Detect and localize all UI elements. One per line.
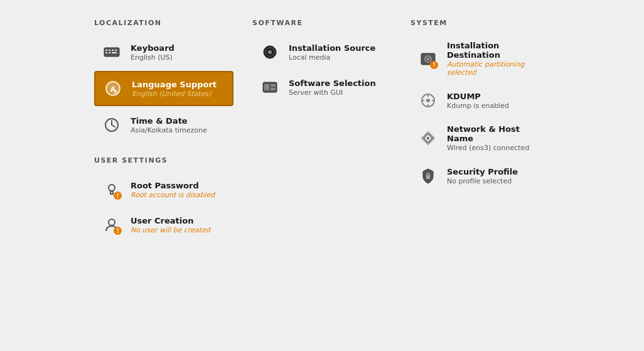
time-date-label: Time & Date: [131, 116, 207, 126]
kdump-icon: [417, 89, 439, 112]
time-date-text: Time & Date Asia/Kolkata timezone: [131, 116, 207, 134]
kdump-label: KDUMP: [447, 92, 509, 101]
svg-point-31: [426, 99, 430, 102]
kdump-text: KDUMP Kdump is enabled: [447, 92, 509, 110]
svg-text:あ: あ: [114, 89, 119, 95]
user-creation-label: User Creation: [131, 216, 210, 225]
installation-source-label: Installation Source: [289, 43, 375, 53]
root-password-subtitle: Root account is disabled: [131, 191, 215, 199]
user-settings-title: USER SETTINGS: [94, 156, 233, 165]
software-title: SOFTWARE: [252, 19, 392, 27]
svg-point-20: [268, 50, 272, 54]
installation-destination-text: Installation Destination Automatic parti…: [447, 41, 544, 77]
svg-rect-8: [115, 52, 117, 53]
col-divider-1: [233, 19, 252, 332]
user-creation-warning-badge: !: [114, 227, 122, 235]
security-profile-text: Security Profile No profile selected: [447, 167, 518, 185]
svg-rect-6: [109, 52, 110, 53]
sidebar-item-security-profile[interactable]: Security Profile No profile selected: [411, 159, 550, 192]
installation-destination-warning-badge: !: [430, 61, 438, 69]
svg-point-17: [111, 192, 112, 193]
time-date-subtitle: Asia/Kolkata timezone: [131, 126, 207, 134]
svg-rect-4: [115, 50, 117, 51]
installation-destination-label: Installation Destination: [447, 41, 544, 60]
svg-line-14: [112, 125, 115, 127]
sidebar-item-network-hostname[interactable]: Network & Host Name Wired (ens3) connect…: [411, 119, 550, 157]
root-password-text: Root Password Root account is disabled: [131, 181, 215, 199]
columns-container: LOCALIZATION: [94, 19, 550, 332]
keyboard-text: Keyboard English (US): [131, 43, 174, 62]
kdump-subtitle: Kdump is enabled: [447, 102, 509, 110]
sidebar-item-installation-source[interactable]: Installation Source Local media: [252, 36, 392, 68]
sidebar-item-user-creation[interactable]: ! User Creation No user will be created: [94, 208, 233, 241]
time-date-icon: [100, 114, 123, 136]
security-profile-label: Security Profile: [447, 167, 518, 176]
software-selection-label: Software Selection: [289, 78, 376, 88]
network-hostname-icon: [417, 127, 439, 149]
network-hostname-text: Network & Host Name Wired (ens3) connect…: [447, 124, 544, 152]
sidebar-item-language-support[interactable]: A あ Language Support English (United Sta…: [94, 71, 233, 106]
svg-rect-2: [109, 50, 110, 51]
system-title: SYSTEM: [411, 19, 550, 27]
network-hostname-subtitle: Wired (ens3) connected: [447, 144, 544, 152]
installation-destination-subtitle: Automatic partitioning selected: [447, 60, 544, 77]
security-profile-subtitle: No profile selected: [447, 177, 518, 185]
language-support-subtitle: English (United States): [132, 90, 217, 98]
security-profile-icon: [417, 165, 439, 187]
svg-rect-5: [105, 52, 107, 53]
software-selection-icon: [259, 76, 281, 99]
installation-destination-icon: !: [417, 48, 439, 70]
language-support-icon: A あ: [102, 77, 124, 100]
sidebar-item-keyboard[interactable]: Keyboard English (US): [94, 36, 233, 68]
software-selection-text: Software Selection Server with GUI: [289, 78, 376, 97]
sidebar-item-root-password[interactable]: ! Root Password Root account is disabled: [94, 173, 233, 206]
root-password-icon: !: [100, 178, 123, 201]
svg-rect-26: [271, 88, 276, 90]
svg-rect-24: [264, 84, 269, 90]
svg-rect-25: [271, 84, 276, 87]
localization-title: LOCALIZATION: [94, 19, 233, 27]
user-creation-icon: !: [100, 213, 123, 236]
keyboard-subtitle: English (US): [131, 53, 174, 62]
language-support-label: Language Support: [132, 80, 217, 89]
software-column: SOFTWARE Installation Source Local media: [252, 19, 392, 332]
main-page: LOCALIZATION: [0, 0, 644, 351]
keyboard-icon: [100, 41, 123, 63]
software-selection-subtitle: Server with GUI: [289, 89, 376, 97]
root-password-warning-badge: !: [114, 192, 122, 200]
system-column: SYSTEM ! Installation Destination Automa…: [411, 19, 550, 332]
installation-source-subtitle: Local media: [289, 53, 375, 62]
sidebar-item-software-selection[interactable]: Software Selection Server with GUI: [252, 71, 392, 104]
sidebar-item-time-date[interactable]: Time & Date Asia/Kolkata timezone: [94, 109, 233, 141]
sidebar-item-kdump[interactable]: KDUMP Kdump is enabled: [411, 84, 550, 117]
localization-column: LOCALIZATION: [94, 19, 233, 332]
user-creation-text: User Creation No user will be created: [131, 216, 210, 234]
col-divider-2: [392, 19, 411, 332]
svg-rect-3: [112, 50, 114, 51]
svg-rect-1: [105, 50, 107, 51]
network-hostname-label: Network & Host Name: [447, 124, 544, 143]
user-creation-subtitle: No user will be created: [131, 226, 210, 234]
sidebar-item-installation-destination[interactable]: ! Installation Destination Automatic par…: [411, 36, 550, 82]
svg-point-36: [427, 137, 429, 139]
keyboard-label: Keyboard: [131, 43, 174, 53]
installation-source-text: Installation Source Local media: [289, 43, 375, 62]
svg-point-18: [109, 219, 115, 225]
root-password-label: Root Password: [131, 181, 215, 190]
language-support-text: Language Support English (United States): [132, 80, 217, 98]
svg-point-29: [427, 58, 429, 60]
svg-point-15: [109, 185, 115, 191]
installation-source-icon: [259, 41, 281, 63]
